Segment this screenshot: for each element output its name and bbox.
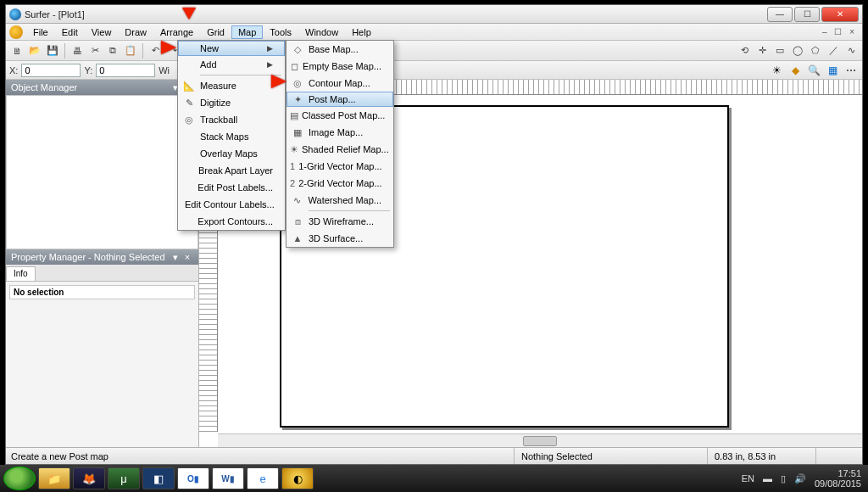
tb-tool-line-icon[interactable]: ／: [826, 43, 841, 59]
panel-close-icon[interactable]: ×: [181, 252, 193, 262]
menu-item-icon: 2: [290, 176, 295, 190]
tb-tool-circ-icon[interactable]: ◯: [790, 43, 805, 59]
map-menu-item-new[interactable]: New▶: [178, 41, 285, 56]
menu-item-icon: ◎: [181, 113, 197, 126]
taskbar-ie-icon[interactable]: e: [247, 467, 279, 489]
property-manager-header[interactable]: Property Manager - Nothing Selected ▾ ×: [6, 249, 198, 265]
maximize-button[interactable]: ☐: [794, 7, 820, 22]
new-menu-item-3d-surface-[interactable]: ▲3D Surface...: [287, 230, 393, 247]
tb2-misc-icon[interactable]: ⋯: [843, 63, 859, 78]
map-menu-item-overlay-maps[interactable]: Overlay Maps: [178, 145, 285, 162]
panel-pin-icon[interactable]: ▾: [170, 252, 181, 263]
submenu-arrow-icon: ▶: [267, 44, 273, 53]
tb-tool-a-icon[interactable]: ⟲: [737, 43, 752, 59]
coord-y-label: Y:: [84, 65, 92, 75]
tray-flag-icon[interactable]: ▬: [763, 473, 772, 484]
menu-map[interactable]: Map: [231, 25, 263, 39]
taskbar-app-icon[interactable]: ◧: [142, 467, 175, 489]
mdi-doc-buttons[interactable]: – ☐ ×: [822, 27, 862, 36]
tray-volume-icon[interactable]: 🔊: [794, 473, 806, 484]
new-menu-item-shaded-relief-map-[interactable]: ☀Shaded Relief Map...: [287, 141, 393, 158]
new-menu-item-contour-map-[interactable]: ◎Contour Map...: [287, 75, 393, 92]
menu-item-icon: ▤: [290, 109, 298, 122]
menu-tools[interactable]: Tools: [263, 25, 298, 39]
tb-paste-icon[interactable]: 📋: [123, 43, 138, 59]
menu-window[interactable]: Window: [298, 25, 345, 39]
taskbar-word-icon[interactable]: W▮: [212, 467, 244, 489]
tb-open-icon[interactable]: 📂: [27, 43, 42, 59]
tb2-zoom-icon[interactable]: 🔍: [806, 63, 821, 78]
new-menu-item-classed-post-map-[interactable]: ▤Classed Post Map...: [287, 107, 393, 124]
tray-lang[interactable]: EN: [742, 473, 754, 484]
toolbar-main: 🗎 📂 💾 🖶 ✂ ⧉ 📋 ↶ ↷ ⟲ ✛ ▭ ◯ ⬠ ／ ∿: [6, 41, 862, 61]
menu-item-icon: 1: [290, 159, 295, 173]
map-menu-item-trackball[interactable]: ◎Trackball: [178, 111, 285, 128]
tb2-grid-icon[interactable]: ▦: [825, 63, 840, 78]
new-menu-item-empty-base-map-[interactable]: ◻Empty Base Map...: [287, 58, 393, 75]
new-menu-item-post-map-[interactable]: ✦Post Map...: [287, 92, 393, 107]
menu-edit[interactable]: Edit: [55, 25, 85, 39]
no-selection-label: No selection: [9, 285, 195, 299]
menu-item-icon: [181, 42, 197, 55]
tb-cut-icon[interactable]: ✂: [87, 43, 103, 59]
map-menu-item-measure[interactable]: 📐Measure: [178, 77, 285, 94]
menu-item-label: 3D Wireframe...: [309, 216, 374, 226]
menu-grid[interactable]: Grid: [200, 25, 231, 39]
tb-save-icon[interactable]: 💾: [45, 43, 60, 59]
close-button[interactable]: ✕: [821, 7, 859, 22]
new-menu-item-2-grid-vector-map-[interactable]: 22-Grid Vector Map...: [287, 175, 393, 192]
menu-item-label: Export Contours...: [198, 216, 273, 226]
taskbar-firefox-icon[interactable]: 🦊: [73, 467, 105, 489]
scrollbar-thumb[interactable]: [523, 436, 557, 446]
property-tabs: Info: [6, 265, 198, 282]
tb-tool-b-icon[interactable]: ✛: [754, 43, 770, 59]
horizontal-scrollbar[interactable]: [218, 433, 862, 447]
map-menu-item-export-contours-[interactable]: Export Contours...: [178, 213, 285, 230]
tab-info[interactable]: Info: [6, 266, 36, 281]
menu-item-icon: [181, 147, 197, 160]
tb-print-icon[interactable]: 🖶: [70, 43, 85, 59]
tb2-sun-icon[interactable]: ☀: [769, 63, 784, 78]
tb-new-icon[interactable]: 🗎: [9, 43, 25, 59]
tb-tool-rect-icon[interactable]: ▭: [772, 43, 787, 59]
new-menu-item-base-map-[interactable]: ◇Base Map...: [287, 41, 393, 58]
new-submenu-dropdown: ◇Base Map...◻Empty Base Map...◎Contour M…: [286, 40, 394, 248]
tray-clock[interactable]: 17:5109/08/2015: [815, 468, 861, 489]
taskbar-surfer-icon[interactable]: ◐: [281, 467, 314, 489]
new-menu-item-1-grid-vector-map-[interactable]: 11-Grid Vector Map...: [287, 158, 393, 175]
new-menu-item-3d-wireframe-[interactable]: ⧈3D Wireframe...: [287, 213, 393, 230]
map-menu-item-edit-post-labels-[interactable]: Edit Post Labels...: [178, 179, 285, 196]
object-manager-header[interactable]: Object Manager ▾ ×: [6, 80, 198, 95]
taskbar-utorrent-icon[interactable]: μ: [108, 467, 140, 489]
tb-copy-icon[interactable]: ⧉: [105, 43, 120, 59]
system-tray[interactable]: EN ▬ ▯ 🔊 17:5109/08/2015: [742, 468, 865, 489]
coord-x-input[interactable]: [21, 64, 81, 77]
coord-wi-label: Wi: [159, 65, 170, 75]
menu-item-label: 3D Surface...: [309, 233, 363, 243]
new-menu-item-watershed-map-[interactable]: ∿Watershed Map...: [287, 192, 393, 209]
menu-file[interactable]: File: [26, 25, 55, 39]
menu-item-label: Edit Contour Labels...: [185, 199, 275, 210]
taskbar-explorer-icon[interactable]: 📁: [38, 467, 70, 489]
minimize-button[interactable]: —: [767, 7, 793, 22]
map-menu-item-digitize[interactable]: ✎Digitize: [178, 94, 285, 111]
menu-arrange[interactable]: Arrange: [153, 25, 200, 39]
menu-item-label: 2-Grid Vector Map...: [298, 178, 381, 188]
start-button[interactable]: [3, 467, 36, 490]
tb2-color-icon[interactable]: ◆: [787, 63, 803, 78]
property-manager-title: Property Manager - Nothing Selected: [11, 252, 165, 262]
menu-draw[interactable]: Draw: [118, 25, 153, 39]
object-manager-body[interactable]: [6, 95, 198, 249]
taskbar-outlook-icon[interactable]: O▮: [177, 467, 209, 489]
tb-tool-curve-icon[interactable]: ∿: [843, 43, 859, 59]
new-menu-item-image-map-[interactable]: ▦Image Map...: [287, 124, 393, 141]
map-menu-item-edit-contour-labels-[interactable]: Edit Contour Labels...: [178, 196, 285, 213]
map-menu-item-break-apart-layer[interactable]: Break Apart Layer: [178, 162, 285, 179]
menu-view[interactable]: View: [85, 25, 119, 39]
coord-y-input[interactable]: [96, 64, 155, 77]
menu-help[interactable]: Help: [345, 25, 378, 39]
tray-net-icon[interactable]: ▯: [781, 473, 786, 484]
map-menu-item-stack-maps[interactable]: Stack Maps: [178, 128, 285, 145]
tb-tool-poly-icon[interactable]: ⬠: [808, 43, 823, 59]
map-menu-item-add[interactable]: Add▶: [178, 56, 285, 73]
